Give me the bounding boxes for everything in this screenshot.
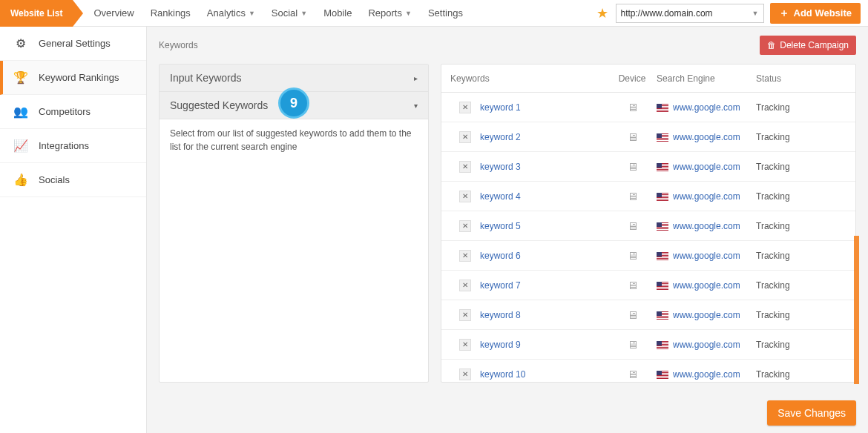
sidebar-item-keyword-rankings[interactable]: 🏆Keyword Rankings	[0, 61, 146, 95]
us-flag-icon	[657, 311, 668, 320]
keyword-link[interactable]: keyword 8	[480, 309, 521, 320]
status-text: Tracking	[756, 102, 790, 113]
remove-keyword-button[interactable]: ✕	[459, 368, 471, 380]
keyword-link[interactable]: keyword 6	[480, 250, 521, 260]
desktop-icon: 🖥	[627, 130, 638, 143]
suggested-keywords-header[interactable]: Suggested Keywords ▾ 9	[160, 92, 428, 119]
scrollbar-thumb[interactable]	[854, 236, 859, 384]
sidebar-item-general-settings[interactable]: ⚙General Settings	[0, 27, 146, 61]
sidebar: ⚙General Settings🏆Keyword Rankings👥Compe…	[0, 27, 147, 433]
nav-item-mobile[interactable]: Mobile	[323, 7, 352, 19]
nav-item-reports[interactable]: Reports▼	[368, 7, 411, 19]
status-text: Tracking	[756, 132, 790, 142]
us-flag-icon	[657, 163, 668, 171]
desktop-icon: 🖥	[627, 160, 638, 173]
search-engine-link[interactable]: www.google.com	[673, 132, 740, 142]
table-header-row: Keywords Device Search Engine Status	[441, 65, 855, 93]
delete-campaign-button[interactable]: 🗑 Delete Campaign	[760, 36, 856, 55]
sidebar-item-socials[interactable]: 👍Socials	[0, 163, 146, 197]
keyword-link[interactable]: keyword 3	[480, 161, 521, 171]
top-nav: Website List OverviewRankingsAnalytics▼S…	[0, 0, 868, 27]
nav-item-overview[interactable]: Overview	[93, 7, 134, 19]
search-engine-link[interactable]: www.google.com	[673, 251, 740, 261]
nav-item-analytics[interactable]: Analytics▼	[207, 7, 255, 19]
breadcrumb: Keywords	[159, 40, 198, 50]
search-engine-link[interactable]: www.google.com	[673, 280, 740, 291]
suggested-keywords-label: Suggested Keywords	[170, 99, 268, 111]
plus-icon: ＋	[779, 7, 789, 20]
us-flag-icon	[657, 133, 668, 142]
remove-keyword-button[interactable]: ✕	[459, 102, 471, 113]
content: Keywords 🗑 Delete Campaign Input Keyword…	[147, 27, 868, 433]
status-text: Tracking	[756, 221, 790, 231]
input-keywords-label: Input Keywords	[170, 72, 242, 84]
keyword-rankings-icon: 🏆	[13, 70, 28, 85]
general-settings-icon: ⚙	[13, 36, 28, 50]
chevron-down-icon: ▼	[300, 10, 307, 17]
keyword-link[interactable]: keyword 1	[480, 102, 521, 112]
sidebar-item-label: Keyword Rankings	[39, 72, 119, 83]
desktop-icon: 🖥	[627, 219, 638, 232]
us-flag-icon	[657, 104, 668, 112]
star-icon[interactable]: ★	[589, 5, 616, 22]
remove-keyword-button[interactable]: ✕	[459, 161, 471, 173]
keyword-link[interactable]: keyword 7	[480, 280, 521, 290]
header-status: Status	[749, 73, 855, 84]
keyword-link[interactable]: keyword 2	[480, 131, 521, 142]
remove-keyword-button[interactable]: ✕	[459, 309, 471, 321]
remove-keyword-button[interactable]: ✕	[459, 250, 471, 262]
delete-campaign-label: Delete Campaign	[780, 40, 849, 50]
table-row: ✕keyword 3🖥www.google.comTracking	[441, 152, 855, 182]
remove-keyword-button[interactable]: ✕	[459, 131, 471, 143]
domain-select-value: http://www.domain.com	[621, 8, 713, 19]
sidebar-item-label: Competitors	[39, 106, 91, 117]
table-row: ✕keyword 2🖥www.google.comTracking	[441, 122, 855, 152]
remove-keyword-button[interactable]: ✕	[459, 220, 471, 232]
us-flag-icon	[657, 341, 668, 349]
main-area: ⚙General Settings🏆Keyword Rankings👥Compe…	[0, 27, 868, 433]
us-flag-icon	[657, 371, 668, 379]
search-engine-link[interactable]: www.google.com	[673, 369, 740, 380]
us-flag-icon	[657, 193, 668, 201]
us-flag-icon	[657, 252, 668, 260]
desktop-icon: 🖥	[627, 279, 638, 291]
desktop-icon: 🖥	[627, 101, 638, 113]
desktop-icon: 🖥	[627, 368, 638, 380]
table-body: ✕keyword 1🖥www.google.comTracking✕keywor…	[441, 93, 855, 382]
sidebar-item-label: Socials	[39, 174, 70, 185]
socials-icon: 👍	[13, 173, 28, 187]
remove-keyword-button[interactable]: ✕	[459, 191, 471, 202]
caret-right-icon: ▸	[414, 74, 418, 82]
keyword-link[interactable]: keyword 4	[480, 191, 521, 201]
keyword-link[interactable]: keyword 10	[480, 368, 525, 379]
header-keywords: Keywords	[441, 73, 612, 84]
domain-select[interactable]: http://www.domain.com ▼	[616, 4, 764, 23]
table-row: ✕keyword 5🖥www.google.comTracking	[441, 211, 855, 241]
sidebar-item-competitors[interactable]: 👥Competitors	[0, 95, 146, 129]
nav-item-settings[interactable]: Settings	[428, 7, 463, 19]
website-list-button[interactable]: Website List	[0, 0, 73, 27]
sidebar-item-integrations[interactable]: 📈Integrations	[0, 129, 146, 163]
chevron-down-icon: ▼	[249, 10, 255, 17]
keyword-link[interactable]: keyword 9	[480, 339, 521, 349]
search-engine-link[interactable]: www.google.com	[673, 191, 740, 202]
search-engine-link[interactable]: www.google.com	[673, 102, 740, 113]
keyword-link[interactable]: keyword 5	[480, 220, 521, 231]
nav-item-rankings[interactable]: Rankings	[151, 7, 191, 19]
search-engine-link[interactable]: www.google.com	[673, 340, 740, 350]
save-changes-button[interactable]: Save Changes	[767, 400, 856, 426]
table-row: ✕keyword 7🖥www.google.comTracking	[441, 271, 855, 300]
nav-items: OverviewRankingsAnalytics▼Social▼MobileR…	[93, 0, 462, 27]
search-engine-link[interactable]: www.google.com	[673, 162, 740, 172]
search-engine-link[interactable]: www.google.com	[673, 221, 740, 231]
add-website-button[interactable]: ＋ Add Website	[770, 3, 861, 24]
table-row: ✕keyword 1🖥www.google.comTracking	[441, 93, 855, 122]
remove-keyword-button[interactable]: ✕	[459, 280, 471, 291]
us-flag-icon	[657, 282, 668, 290]
search-engine-link[interactable]: www.google.com	[673, 310, 740, 320]
table-row: ✕keyword 6🖥www.google.comTracking	[441, 241, 855, 271]
trash-icon: 🗑	[767, 40, 776, 50]
remove-keyword-button[interactable]: ✕	[459, 339, 471, 351]
chevron-down-icon: ▼	[752, 10, 759, 17]
nav-item-social[interactable]: Social▼	[272, 7, 307, 19]
